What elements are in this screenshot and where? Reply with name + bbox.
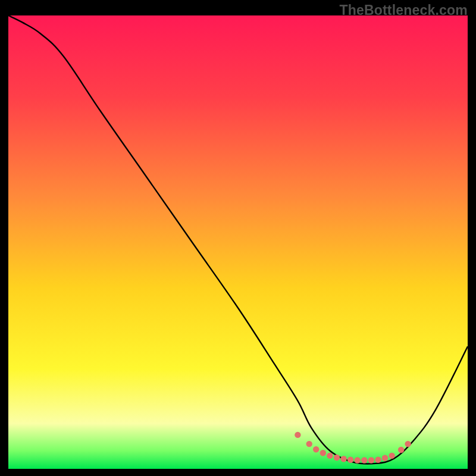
marker-dot (398, 447, 404, 453)
marker-dot (361, 457, 367, 463)
marker-dot (313, 446, 319, 452)
marker-dot (355, 457, 361, 463)
marker-dot (340, 456, 346, 462)
gradient-background (8, 15, 468, 469)
marker-dot (389, 453, 394, 459)
marker-dot (320, 450, 326, 456)
chart-plot-area (8, 15, 468, 469)
bottleneck-chart (8, 15, 468, 469)
chart-frame (8, 15, 468, 469)
marker-dot (375, 457, 381, 463)
marker-dot (327, 453, 333, 459)
marker-dot (382, 455, 388, 461)
marker-dot (368, 457, 374, 463)
marker-dot (306, 441, 312, 447)
marker-dot (295, 432, 300, 438)
marker-dot (334, 455, 340, 461)
marker-dot (405, 441, 411, 447)
marker-dot (347, 457, 353, 463)
